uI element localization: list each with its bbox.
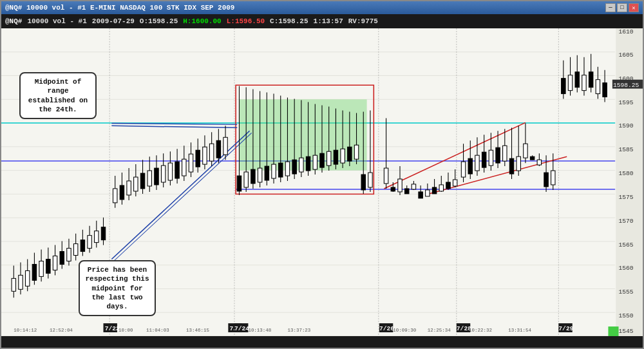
window-title: @NQ# 10000 vol - #1 E-MINI NASDAQ 100 ST… [5,4,234,12]
svg-text:7/24: 7/24 [234,325,250,332]
svg-rect-131 [327,151,330,165]
svg-text:1550: 1550 [619,312,634,319]
svg-rect-47 [25,270,29,286]
svg-rect-113 [265,166,269,180]
svg-rect-159 [432,187,436,194]
symbol-label: @NQ# [5,17,22,25]
svg-rect-161 [439,185,443,191]
svg-rect-157 [426,190,430,196]
svg-text:10:00: 10:00 [118,328,133,333]
svg-rect-53 [46,259,50,274]
open-label: O:1598.25 [140,17,178,25]
svg-rect-201 [582,75,586,91]
svg-text:1575: 1575 [619,194,634,201]
svg-text:1545: 1545 [619,328,634,335]
date-label: 2009-07-29 [92,17,135,25]
svg-rect-75 [127,181,131,195]
svg-text:1580: 1580 [619,170,634,177]
svg-rect-139 [354,145,358,159]
minimize-button[interactable]: ─ [605,3,616,12]
svg-rect-61 [73,244,77,256]
svg-rect-43 [12,278,15,291]
svg-rect-111 [258,168,261,182]
svg-rect-163 [446,182,450,189]
svg-text:10:14:12: 10:14:12 [14,328,37,333]
close-label: C:1598.25 [270,17,308,25]
svg-rect-81 [147,171,151,186]
svg-rect-171 [475,155,479,171]
svg-rect-57 [60,252,64,265]
svg-text:7/26: 7/26 [379,325,395,332]
svg-rect-73 [120,185,124,200]
svg-rect-153 [412,184,415,189]
svg-rect-97 [203,147,207,164]
svg-text:10:13:48: 10:13:48 [248,328,271,333]
svg-rect-187 [530,156,534,160]
svg-rect-197 [568,75,572,91]
svg-rect-55 [53,256,57,270]
svg-text:10:22:32: 10:22:32 [469,328,492,333]
svg-rect-89 [175,162,179,178]
svg-rect-185 [524,144,527,158]
svg-rect-191 [544,173,548,187]
rv-label: RV:9775 [348,17,378,25]
maximize-button[interactable]: □ [617,3,627,12]
svg-rect-179 [503,146,507,161]
svg-rect-135 [341,149,345,163]
svg-rect-195 [562,79,565,94]
svg-text:7/29: 7/29 [558,325,574,332]
svg-rect-189 [537,160,541,165]
svg-rect-151 [405,189,409,194]
svg-rect-155 [419,192,422,198]
svg-text:1570: 1570 [619,218,634,225]
svg-rect-117 [279,163,283,177]
callout-price: Price has been respecting this midpoint … [79,260,156,316]
svg-rect-83 [155,168,158,185]
svg-rect-199 [575,72,579,88]
svg-rect-77 [134,177,138,191]
svg-rect-167 [461,162,465,177]
window-controls: ─ □ ✕ [605,3,639,12]
svg-text:1590: 1590 [619,123,634,130]
time-label: 1:13:57 [314,17,343,25]
svg-text:13:31:54: 13:31:54 [508,328,531,333]
svg-rect-183 [516,156,520,171]
svg-rect-236 [608,326,618,336]
svg-text:1560: 1560 [619,265,634,272]
svg-rect-181 [509,158,513,174]
svg-rect-141 [361,174,365,190]
svg-rect-101 [216,140,220,158]
svg-text:1595: 1595 [619,99,634,106]
svg-rect-63 [80,240,84,252]
svg-rect-149 [398,179,402,192]
low-label: L:1596.50 [227,17,265,25]
svg-rect-51 [39,261,43,276]
svg-rect-173 [482,152,486,167]
svg-rect-95 [196,150,200,167]
svg-text:10:09:30: 10:09:30 [393,328,416,333]
svg-rect-121 [292,160,296,174]
svg-rect-169 [468,158,472,174]
svg-text:13:37:23: 13:37:23 [287,328,310,333]
svg-rect-137 [348,147,352,161]
svg-rect-99 [209,144,213,161]
svg-rect-91 [182,159,186,176]
svg-rect-175 [489,150,493,165]
svg-rect-67 [95,231,99,243]
svg-rect-127 [313,155,317,169]
title-bar: @NQ# 10000 vol - #1 E-MINI NASDAQ 100 ST… [1,1,643,14]
svg-rect-69 [101,227,105,240]
svg-text:1605: 1605 [619,52,634,59]
svg-text:13:46:15: 13:46:15 [186,328,209,333]
svg-rect-105 [237,176,241,191]
svg-rect-65 [88,236,91,249]
svg-text:11:04:03: 11:04:03 [146,328,169,333]
svg-text:1565: 1565 [619,241,634,249]
svg-rect-71 [113,189,117,203]
svg-rect-45 [19,275,23,289]
chart-area[interactable]: 1610 1605 1600 1595 1590 1585 1580 1575 … [1,28,643,336]
main-window: @NQ# 10000 vol - #1 E-MINI NASDAQ 100 ST… [0,0,644,349]
close-button[interactable]: ✕ [629,3,639,12]
svg-rect-85 [161,165,165,182]
svg-text:12:25:34: 12:25:34 [428,328,451,333]
